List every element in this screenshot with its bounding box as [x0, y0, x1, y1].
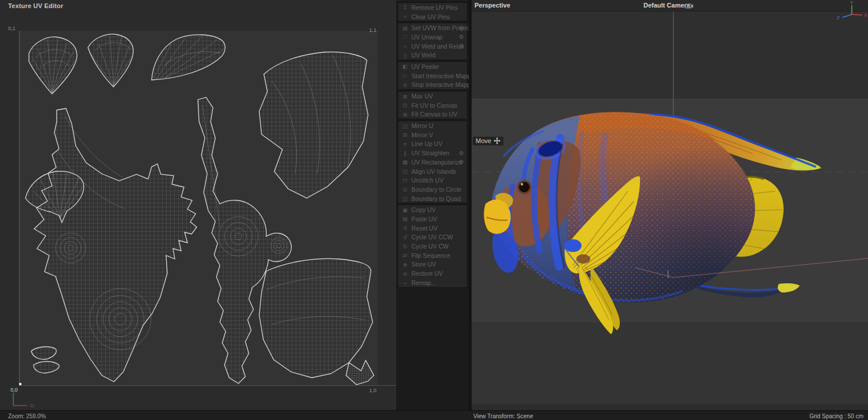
gizmo-z-axis [843, 14, 852, 17]
view-transform-readout: View Transform: Scene [473, 413, 533, 419]
uv-corner-bottom-left: 0,0 [10, 387, 18, 393]
viewport-scene[interactable] [472, 0, 868, 410]
menu-item-remove-uv-pins[interactable]: ↧Remove UV Pins [398, 3, 467, 12]
menu-item-label: Restore UV [411, 270, 443, 277]
menu-item-label: Unstitch UV [411, 177, 443, 184]
viewport-camera-selector[interactable]: Default Camera [643, 2, 690, 9]
menu-item-restore-uv[interactable]: ⊖Restore UV [398, 269, 467, 278]
uv-island [31, 347, 56, 360]
gear-icon[interactable]: ⚙ [459, 150, 464, 156]
menu-item-boundary-to-circle[interactable]: ◎Boundary to Circle [398, 185, 467, 194]
menu-item-start-interactive-mapping[interactable]: ▷Start Interactive Mapping [398, 71, 467, 81]
fit-canvas-icon: ⊞ [401, 111, 409, 118]
cycle-cw-icon: ↻ [401, 243, 409, 250]
gear-icon[interactable]: ⚙ [459, 34, 464, 40]
camera-icon[interactable] [685, 2, 694, 10]
menu-item-unstitch-uv[interactable]: ⊓Unstitch UV [398, 176, 467, 185]
status-bar: Zoom: 259.0% View Transform: Scene Grid … [0, 410, 868, 420]
uv-islands[interactable] [25, 34, 374, 385]
uv-corner-top-right: 1,1 [369, 27, 377, 33]
menu-item-label: Boundary to Quad [411, 195, 461, 202]
reset-icon: ↺ [401, 225, 409, 231]
fit-uv-icon: ⊡ [401, 102, 409, 108]
menu-item-label: Cycle UV CW [411, 243, 448, 250]
menu-item-label: Max UV [411, 93, 433, 100]
unstitch-icon: ⊓ [401, 177, 409, 184]
uv-origin-handle[interactable] [19, 383, 21, 385]
menu-item-cycle-uv-ccw[interactable]: ↺Cycle UV CCW [398, 233, 467, 242]
menu-item-reset-uv[interactable]: ↺Reset UV [398, 224, 467, 233]
uv-island [34, 108, 197, 382]
menu-item-label: Line Up UV [411, 140, 443, 147]
uv-corner-top-left: 0,1 [8, 25, 16, 31]
gizmo-y-label: Y [850, 0, 854, 5]
menu-item-fit-canvas-to-uv[interactable]: ⊞Fit Canvas to UV [398, 110, 467, 119]
menu-item-label: Mirror U [411, 122, 433, 129]
menu-item-store-uv[interactable]: ⊕Store UV [398, 260, 467, 269]
menu-item-label: UV Rectangularize [411, 159, 462, 166]
menu-item-mirror-v[interactable]: ⊟Mirror V [398, 130, 467, 140]
stop-icon: ⊘ [401, 82, 409, 88]
menu-item-max-uv[interactable]: ⊠Max UV [398, 92, 467, 101]
uv-island [34, 361, 59, 373]
menu-group: ↧Remove UV Pins×Clear UV Pins [398, 2, 468, 21]
menu-item-uv-unwrap[interactable]: □UV Unwrap⚙ [398, 32, 467, 42]
menu-item-uv-weld[interactable]: ▯UV Weld [398, 50, 467, 60]
boundary-circle-icon: ◎ [401, 186, 409, 192]
move-tool-indicator[interactable]: Move [473, 137, 503, 145]
store-icon: ⊕ [401, 261, 409, 268]
move-tool-label: Move [476, 137, 491, 144]
menu-item-clear-uv-pins[interactable]: ×Clear UV Pins [398, 12, 467, 21]
menu-item-paste-uv[interactable]: ▤Paste UV [398, 214, 467, 224]
menu-item-label: Remove UV Pins [411, 4, 458, 11]
viewport-view-selector[interactable]: Perspective [475, 2, 510, 9]
menu-item-stop-interactive-mapping[interactable]: ⊘Stop Interactive Mapping [398, 81, 467, 90]
menu-item-boundary-to-quad[interactable]: ◱Boundary to Quad [398, 194, 467, 203]
menu-item-flip-sequence[interactable]: ⇄Flip Sequence [398, 251, 467, 260]
menu-group: ⊠Max UV⊡Fit UV to Canvas⊞Fit Canvas to U… [398, 91, 468, 119]
perspective-viewport[interactable]: Perspective Default Camera Move Y Z X [472, 0, 868, 410]
menu-item-mirror-u[interactable]: ◫Mirror U [398, 121, 467, 130]
pin-icon: ↧ [401, 4, 409, 10]
uv-zoom-readout: Zoom: 259.0% [8, 413, 46, 419]
menu-clipped-row [397, 0, 469, 1]
menu-item-label: Paste UV [411, 216, 437, 222]
menu-item-label: UV Weld and Relax [411, 43, 464, 50]
menu-item-align-uv-islands[interactable]: ◰Align UV Islands [398, 167, 467, 176]
paste-icon: ▤ [401, 216, 409, 222]
gizmo-x-label: X [864, 13, 867, 18]
grid-spacing-readout: Grid Spacing : 50 cm [810, 413, 863, 419]
menu-item-label: Remap... [411, 279, 436, 286]
mirror-v-icon: ⊟ [401, 132, 409, 138]
menu-item-label: UV Weld [411, 52, 435, 59]
menu-item-cycle-uv-cw[interactable]: ↻Cycle UV CW [398, 242, 467, 251]
uv-editor-panel: Texture UV Editor U [0, 0, 397, 410]
menu-item-fit-uv-to-canvas[interactable]: ⊡Fit UV to Canvas [398, 101, 467, 110]
max-uv-icon: ⊠ [401, 93, 409, 100]
copy-icon: ▣ [401, 207, 409, 213]
uv-island [152, 35, 225, 80]
gear-icon[interactable]: ⚙ [459, 25, 464, 31]
uv-islands-graphic[interactable]: U [0, 0, 397, 410]
angelfish-model[interactable] [484, 112, 822, 334]
boundary-quad-icon: ◱ [401, 195, 409, 202]
menu-item-remap[interactable]: ↔Remap... [398, 278, 467, 287]
menu-item-label: Flip Sequence [411, 252, 450, 259]
uv-menu: ↧Remove UV Pins×Clear UV Pins▤Set UVW fr… [397, 0, 469, 410]
gear-icon[interactable]: ⚙ [459, 43, 464, 49]
menu-item-label: UV Unwrap [411, 34, 443, 41]
menu-item-set-uvw-from-projection[interactable]: ▤Set UVW from Projection⚙ [398, 23, 467, 32]
menu-item-uv-peeler[interactable]: ◧UV Peeler [398, 62, 467, 71]
gear-icon[interactable]: ⚙ [459, 159, 464, 165]
menu-item-uv-rectangularize[interactable]: ▦UV Rectangularize⚙ [398, 158, 467, 167]
menu-item-uv-straighten[interactable]: ∥UV Straighten⚙ [398, 148, 467, 158]
menu-item-label: Mirror V [411, 132, 433, 138]
uv-island [346, 360, 374, 385]
menu-item-copy-uv[interactable]: ▣Copy UV [398, 205, 467, 214]
menu-item-uv-weld-and-relax[interactable]: ≈UV Weld and Relax⚙ [398, 42, 467, 51]
menu-group: ▤Set UVW from Projection⚙□UV Unwrap⚙≈UV … [398, 23, 468, 60]
projection-icon: ▤ [401, 25, 409, 31]
menu-item-line-up-uv[interactable]: ≡Line Up UV [398, 140, 467, 149]
align-islands-icon: ◰ [401, 168, 409, 174]
menu-item-label: Boundary to Circle [411, 186, 461, 193]
